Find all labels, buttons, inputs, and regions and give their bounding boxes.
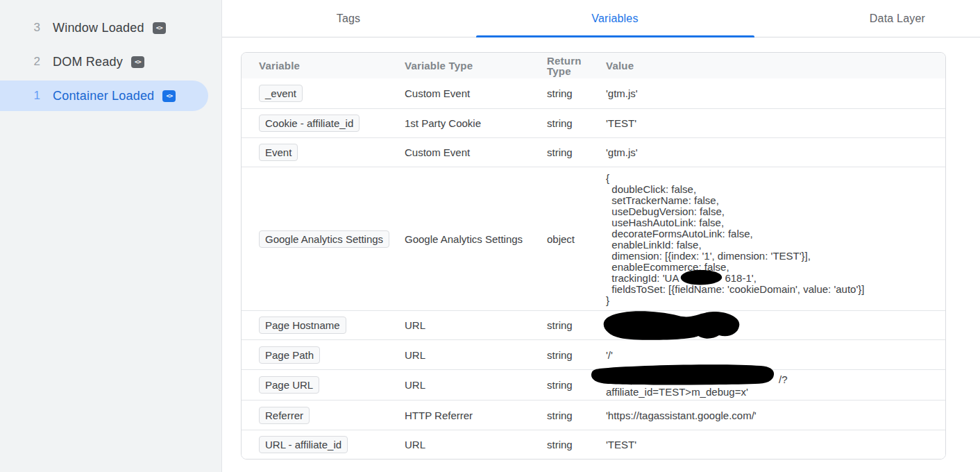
col-header-variable: Variable xyxy=(242,58,387,73)
return-type: string xyxy=(530,439,589,450)
variable-value: 'gtm.js' xyxy=(589,146,945,158)
code-tag-icon: <> xyxy=(162,90,176,102)
tab-variables[interactable]: Variables xyxy=(591,0,638,37)
event-timeline-sidebar: 3 Window Loaded <> 2 DOM Ready <> 1 Cont… xyxy=(0,0,222,472)
return-type: string xyxy=(530,349,589,361)
return-type: string xyxy=(530,87,589,99)
event-number: 3 xyxy=(0,21,40,35)
main-panel: Tags Variables Data Layer Variable Varia… xyxy=(222,0,980,472)
variable-type: URL xyxy=(387,379,530,391)
table-row: Page URL URL string /? affiliate_id=TEST… xyxy=(242,369,945,400)
table-row: Cookie - affiliate_id 1st Party Cookie s… xyxy=(242,108,945,137)
redaction-scribble xyxy=(589,363,776,387)
event-number: 2 xyxy=(0,55,40,69)
variable-type: Custom Event xyxy=(387,87,530,99)
event-label: DOM Ready xyxy=(53,55,123,69)
variable-value: 'TEST' xyxy=(589,439,945,450)
redaction-scribble xyxy=(595,307,744,342)
value-line-2: affiliate_id=TEST>m_debug=x' xyxy=(606,386,937,398)
table-row: Google Analytics Settings Google Analyti… xyxy=(242,167,945,310)
code-tag-icon: <> xyxy=(131,56,144,68)
return-type: string xyxy=(530,319,589,331)
variable-chip: Page Hostname xyxy=(259,317,346,334)
variable-chip: Event xyxy=(259,144,298,161)
variable-value: 'https://tagassistant.google.com/' xyxy=(589,410,945,421)
col-header-value: Value xyxy=(589,58,945,73)
col-header-return-type: Return Type xyxy=(530,53,589,78)
return-type: string xyxy=(530,117,589,129)
redaction-scribble xyxy=(679,273,725,282)
sidebar-item-window-loaded[interactable]: 3 Window Loaded <> xyxy=(0,12,221,43)
variable-chip: Page URL xyxy=(259,376,319,394)
table-row: Referrer HTTP Referrer string 'https://t… xyxy=(242,400,945,430)
variable-chip: URL - affiliate_id xyxy=(259,436,348,453)
value-line-1-suffix: /? xyxy=(779,373,937,386)
variable-value-redacted: /? affiliate_id=TEST>m_debug=x' xyxy=(589,370,945,400)
active-tab-underline xyxy=(476,35,754,37)
col-header-variable-type: Variable Type xyxy=(387,58,530,73)
table-row: _event Custom Event string 'gtm.js' xyxy=(242,78,945,108)
return-type: string xyxy=(530,146,589,158)
variable-chip: _event xyxy=(259,85,303,102)
tab-bar: Tags Variables Data Layer xyxy=(222,0,980,37)
table-row: Page Hostname URL string xyxy=(242,310,945,339)
object-lines-before: { doubleClick: false, setTrackerName: fa… xyxy=(606,173,937,273)
event-label: Window Loaded xyxy=(53,21,144,35)
variable-value: 'gtm.js' xyxy=(589,87,945,99)
variable-chip: Cookie - affiliate_id xyxy=(259,115,360,132)
tab-data-layer[interactable]: Data Layer xyxy=(870,0,925,37)
return-type: string xyxy=(530,379,589,391)
event-number: 1 xyxy=(0,89,40,103)
variable-value-object: { doubleClick: false, setTrackerName: fa… xyxy=(589,167,945,310)
variable-type: HTTP Referrer xyxy=(387,410,530,421)
variable-value: '/' xyxy=(589,349,945,361)
variable-type: URL xyxy=(387,349,530,361)
table-row: URL - affiliate_id URL string 'TEST' xyxy=(242,430,945,459)
return-type: string xyxy=(530,410,589,421)
variable-type: URL xyxy=(387,439,530,450)
sidebar-item-dom-ready[interactable]: 2 DOM Ready <> xyxy=(0,47,221,77)
variable-chip: Google Analytics Settings xyxy=(259,230,389,248)
variable-type: URL xyxy=(387,319,530,331)
return-type: object xyxy=(530,233,589,245)
sidebar-item-container-loaded[interactable]: 1 Container Loaded <> xyxy=(0,81,208,111)
variable-type: Custom Event xyxy=(387,146,530,158)
variable-chip: Referrer xyxy=(259,407,310,424)
variable-value: 'TEST' xyxy=(589,117,945,129)
tracking-id-line: trackingId: 'UA618-1', xyxy=(606,273,937,284)
code-tag-icon: <> xyxy=(153,22,166,34)
event-label: Container Loaded xyxy=(53,89,154,103)
tab-tags[interactable]: Tags xyxy=(337,0,361,37)
variables-table: Variable Variable Type Return Type Value… xyxy=(241,52,946,460)
object-lines-after: fieldsToSet: [{fieldName: 'cookieDomain'… xyxy=(606,284,937,306)
variable-chip: Page Path xyxy=(259,346,320,364)
table-header-row: Variable Variable Type Return Type Value xyxy=(242,53,945,78)
variable-value-redacted xyxy=(589,311,945,339)
variable-type: Google Analytics Settings xyxy=(387,233,530,245)
table-row: Event Custom Event string 'gtm.js' xyxy=(242,137,945,167)
variable-type: 1st Party Cookie xyxy=(387,117,530,129)
